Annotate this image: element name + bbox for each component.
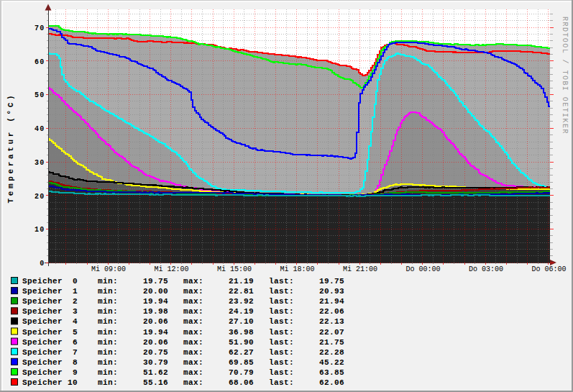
svg-text:0: 0 bbox=[40, 260, 45, 268]
svg-text:Mi 09:00: Mi 09:00 bbox=[91, 265, 126, 273]
svg-text:Speicher 9 min: 51.62: Speicher 9 min: 51.62 max: 70.79 last: 6… bbox=[22, 368, 344, 377]
svg-text:60: 60 bbox=[35, 58, 45, 66]
svg-text:50: 50 bbox=[35, 91, 45, 99]
svg-text:Speicher 7 min: 20.75: Speicher 7 min: 20.75 max: 62.27 last: 2… bbox=[22, 348, 344, 357]
svg-text:Speicher 10 min: 55.16: Speicher 10 min: 55.16 max: 68.06 last: … bbox=[22, 378, 344, 387]
svg-text:30: 30 bbox=[35, 159, 45, 167]
svg-text:Do 00:00: Do 00:00 bbox=[405, 265, 440, 273]
svg-text:Speicher 6 min: 20.06: Speicher 6 min: 20.06 max: 51.90 last: 2… bbox=[22, 338, 344, 347]
svg-text:Mi 21:00: Mi 21:00 bbox=[343, 265, 377, 273]
svg-text:20: 20 bbox=[35, 193, 45, 201]
svg-text:Do 03:00: Do 03:00 bbox=[469, 265, 503, 273]
svg-text:70: 70 bbox=[35, 24, 45, 32]
svg-text:Speicher 5 min: 19.94: Speicher 5 min: 19.94 max: 36.98 last: 2… bbox=[22, 328, 344, 337]
svg-text:RRDTOOL / TOBI OETIKER: RRDTOOL / TOBI OETIKER bbox=[561, 17, 569, 135]
svg-text:Speicher 4 min: 20.06: Speicher 4 min: 20.06 max: 27.10 last: 2… bbox=[22, 317, 344, 326]
svg-text:Speicher 0 min: 19.75: Speicher 0 min: 19.75 max: 21.19 last: 1… bbox=[22, 277, 344, 286]
svg-text:Speicher 1 min: 20.00: Speicher 1 min: 20.00 max: 22.81 last: 2… bbox=[22, 287, 344, 296]
svg-text:Mi 18:00: Mi 18:00 bbox=[280, 265, 314, 273]
svg-text:Speicher 2 min: 19.94: Speicher 2 min: 19.94 max: 23.92 last: 2… bbox=[22, 297, 344, 306]
svg-text:Speicher 3 min: 19.98: Speicher 3 min: 19.98 max: 24.19 last: 2… bbox=[22, 307, 344, 316]
svg-text:Temperatur (°C): Temperatur (°C) bbox=[6, 93, 15, 204]
svg-text:Do 06:00: Do 06:00 bbox=[531, 265, 566, 273]
svg-text:10: 10 bbox=[35, 226, 45, 234]
svg-text:Mi 15:00: Mi 15:00 bbox=[217, 265, 252, 273]
svg-text:Mi 12:00: Mi 12:00 bbox=[154, 265, 188, 273]
svg-text:Speicher 8 min: 30.79: Speicher 8 min: 30.79 max: 69.85 last: 4… bbox=[22, 358, 344, 367]
svg-text:40: 40 bbox=[35, 125, 45, 133]
